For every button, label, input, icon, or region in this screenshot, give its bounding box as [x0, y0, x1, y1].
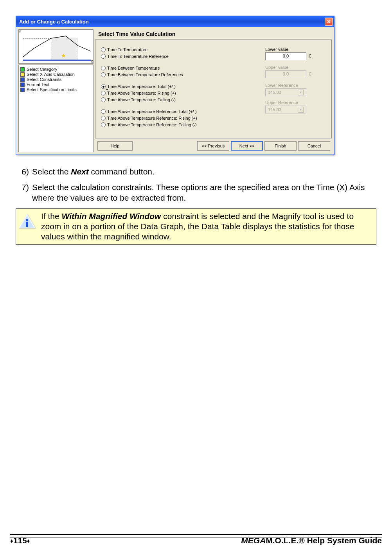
step-swatch — [20, 88, 25, 92]
radio-icon — [101, 84, 106, 89]
finish-button[interactable]: Finish — [264, 141, 297, 151]
cancel-button[interactable]: Cancel — [298, 141, 330, 151]
radio-icon — [101, 72, 106, 77]
radio-icon — [101, 54, 106, 59]
radio-icon — [101, 47, 106, 52]
doc-step-6: 6) Select the Next command button. — [16, 167, 376, 177]
value-fields: Lower value 0.0C Upper value 0.0C Lower … — [265, 46, 326, 133]
step-number: 7) — [16, 182, 32, 203]
step-text: Select the Next command button. — [32, 167, 376, 177]
previous-button[interactable]: << Previous — [197, 141, 229, 151]
help-button[interactable]: Help — [97, 141, 133, 151]
radio-label: Time Above Temperature: Total (+/-) — [107, 83, 176, 90]
radio-label: Time Above Temperature: Falling (-) — [107, 97, 176, 103]
upper-value-label: Upper value — [265, 65, 326, 70]
chart-line-icon — [19, 30, 93, 64]
star-icon: ★ — [61, 52, 66, 59]
step-label: Select Category — [27, 67, 57, 72]
diamond-icon: ♦ — [27, 537, 30, 544]
upper-ref-label: Upper Reference — [265, 100, 326, 105]
radio-icon — [101, 66, 106, 70]
upper-ref-value: 145.00 — [268, 107, 281, 112]
step-label: Select X-Axis Calculation — [27, 72, 75, 77]
step-text: Select the calculation constraints. Thes… — [32, 182, 376, 203]
radio-icon — [101, 122, 106, 127]
dialog-title: Add or Change a Calculation — [19, 19, 89, 25]
radio-label: Time To Temperature — [107, 47, 147, 53]
radio-label: Time Above Temperature: Rising (+) — [107, 90, 176, 96]
close-button[interactable]: ✕ — [325, 18, 333, 26]
step-item[interactable]: Select Constraints — [20, 77, 92, 82]
upper-value-unit: C — [309, 72, 312, 76]
radio-option[interactable]: Time Above Temperature: Total (+/-) — [101, 83, 257, 90]
radio-label: Time Above Temperature Reference: Total … — [107, 108, 197, 115]
info-note: If the Within Magnified Window constrain… — [16, 208, 376, 245]
upper-ref-select: 145.00▼ — [265, 106, 306, 113]
page-footer: ♦115♦ MEGAM.O.L.E.® Help System Guide — [10, 534, 382, 545]
radio-option[interactable]: Time To Temperature — [101, 47, 257, 53]
doc-step-7: 7) Select the calculation constraints. T… — [16, 182, 376, 203]
info-icon — [18, 214, 36, 231]
step-item[interactable]: Select Specification Limits — [20, 87, 92, 92]
radio-label: Time Between Temperature — [107, 65, 160, 71]
lower-value-input[interactable]: 0.0 — [265, 52, 306, 60]
lower-ref-value: 145.00 — [268, 90, 281, 95]
chevron-down-icon: ▼ — [298, 90, 304, 95]
close-icon: ✕ — [327, 19, 331, 25]
title-bar: Add or Change a Calculation ✕ — [16, 16, 334, 27]
radio-option[interactable]: Time Above Temperature Reference: Total … — [101, 108, 257, 115]
radio-label: Time Above Temperature Reference: Fallin… — [107, 122, 197, 128]
diamond-icon: ♦ — [10, 537, 13, 544]
step-item[interactable]: Format Text — [20, 82, 92, 87]
step-label: Select Specification Limits — [27, 87, 77, 92]
next-button[interactable]: Next >> — [231, 141, 263, 151]
button-row: Help << Previous Next >> Finish Cancel — [95, 138, 332, 152]
radio-option[interactable]: Time Above Temperature: Rising (+) — [101, 90, 257, 96]
lower-ref-label: Lower Reference — [265, 83, 326, 88]
radio-label: Time Above Temperature Reference: Rising… — [107, 115, 197, 121]
lower-value-label: Lower value — [265, 47, 326, 52]
radio-label: Time To Temperature Reference — [107, 53, 169, 59]
step-swatch — [20, 67, 25, 72]
step-number: 6) — [16, 167, 32, 177]
radio-icon — [101, 109, 106, 114]
radio-option[interactable]: Time Above Temperature: Falling (-) — [101, 97, 257, 103]
panel-heading: Select Time Value Calculation — [95, 29, 332, 40]
step-label: Format Text — [27, 82, 49, 87]
step-swatch — [20, 83, 25, 87]
radio-options: Time To Temperature Time To Temperature … — [101, 46, 257, 133]
step-label: Select Constraints — [27, 77, 61, 82]
radio-option[interactable]: Time Between Temperature References — [101, 72, 257, 78]
radio-option[interactable]: Time Above Temperature Reference: Fallin… — [101, 122, 257, 128]
chevron-down-icon: ▼ — [298, 107, 304, 113]
step-swatch — [20, 72, 25, 77]
radio-option[interactable]: Time Between Temperature — [101, 65, 257, 71]
step-item[interactable]: Select Category — [20, 67, 92, 72]
step-swatch — [20, 77, 25, 82]
step-item[interactable]: Select X-Axis Calculation — [20, 72, 92, 77]
radio-label: Time Between Temperature References — [107, 72, 183, 78]
radio-option[interactable]: Time Above Temperature Reference: Rising… — [101, 115, 257, 121]
dialog-window: Add or Change a Calculation ✕ Y X ★ — [16, 16, 334, 155]
lower-value-unit: C — [309, 54, 312, 58]
radio-option[interactable]: Time To Temperature Reference — [101, 53, 257, 59]
preview-chart: Y X ★ — [18, 29, 94, 64]
radio-icon — [101, 97, 106, 102]
radio-icon — [101, 116, 106, 120]
note-text: If the Within Magnified Window constrain… — [41, 211, 372, 242]
wizard-steps: Select Category Select X-Axis Calculatio… — [18, 65, 94, 152]
upper-value-input: 0.0 — [265, 70, 306, 78]
lower-ref-select: 145.00▼ — [265, 88, 306, 96]
